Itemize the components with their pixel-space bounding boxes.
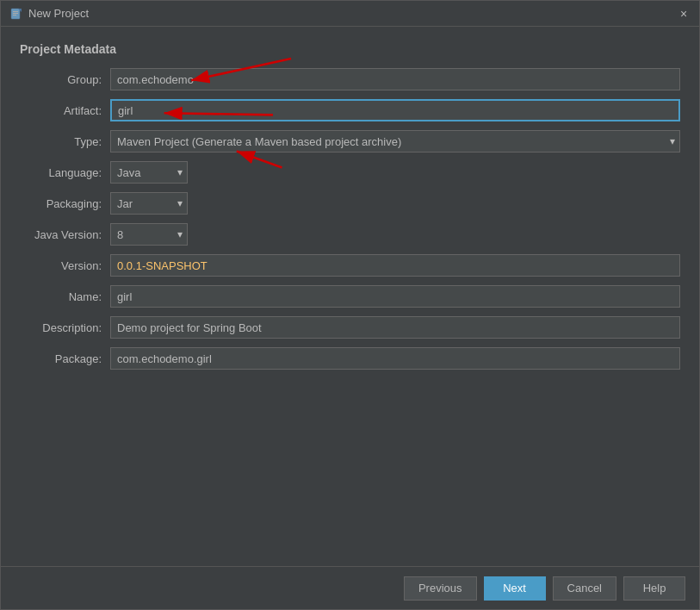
svg-rect-1 [13, 11, 18, 12]
title-bar: New Project × [1, 1, 699, 27]
group-input[interactable] [110, 68, 680, 90]
packaging-row: Packaging: Jar War [20, 192, 680, 215]
language-row: Language: Java Kotlin Groovy [20, 161, 680, 184]
cancel-button[interactable]: Cancel [553, 576, 616, 601]
packaging-select-wrapper: Jar War [110, 192, 188, 215]
description-row: Description: [20, 316, 680, 339]
artifact-row: Artifact: [20, 99, 680, 121]
type-label: Type: [20, 135, 110, 148]
close-button[interactable]: × [677, 7, 691, 21]
package-row: Package: [20, 347, 680, 370]
package-input[interactable] [110, 347, 680, 370]
language-select-wrapper: Java Kotlin Groovy [110, 161, 188, 184]
description-label: Description: [20, 321, 110, 334]
description-input[interactable] [110, 316, 680, 339]
previous-button[interactable]: Previous [404, 576, 477, 601]
java-version-row: Java Version: 8 11 17 [20, 223, 680, 246]
section-title: Project Metadata [20, 42, 680, 56]
packaging-label: Packaging: [20, 197, 110, 210]
type-select[interactable]: Maven Project (Generate a Maven based pr… [110, 130, 680, 152]
name-label: Name: [20, 290, 110, 303]
dialog-footer: Previous Next Cancel Help [1, 566, 699, 609]
version-input[interactable] [110, 254, 680, 277]
title-bar-left: New Project [9, 7, 89, 21]
name-input[interactable] [110, 285, 680, 308]
dialog-title: New Project [28, 7, 89, 20]
dialog-content: Project Metadata Group: Artifact: Type: … [1, 27, 699, 566]
java-version-select-wrapper: 8 11 17 [110, 223, 188, 246]
java-version-label: Java Version: [20, 228, 110, 241]
next-button[interactable]: Next [484, 576, 546, 601]
artifact-label: Artifact: [20, 104, 110, 117]
new-project-icon [9, 7, 23, 21]
type-select-wrapper: Maven Project (Generate a Maven based pr… [110, 130, 680, 152]
version-label: Version: [20, 259, 110, 272]
packaging-select[interactable]: Jar War [110, 192, 188, 215]
svg-rect-3 [13, 15, 16, 16]
group-row: Group: [20, 68, 680, 90]
type-row: Type: Maven Project (Generate a Maven ba… [20, 130, 680, 152]
name-row: Name: [20, 285, 680, 308]
java-version-select[interactable]: 8 11 17 [110, 223, 188, 246]
language-select[interactable]: Java Kotlin Groovy [110, 161, 188, 184]
help-button[interactable]: Help [623, 576, 685, 601]
package-label: Package: [20, 352, 110, 365]
version-row: Version: [20, 254, 680, 277]
svg-rect-2 [13, 13, 18, 14]
language-label: Language: [20, 166, 110, 179]
new-project-dialog: New Project × [0, 0, 700, 610]
artifact-input[interactable] [110, 99, 680, 121]
group-label: Group: [20, 73, 110, 86]
